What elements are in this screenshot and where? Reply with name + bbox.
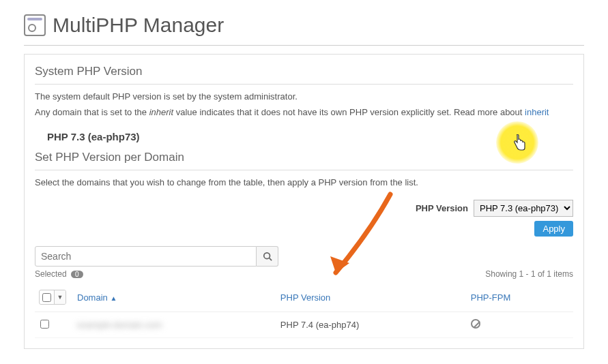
ban-icon — [471, 319, 480, 329]
select-all-dropdown[interactable]: ▼ — [39, 290, 66, 305]
column-header-php-fpm[interactable]: PHP-FPM — [465, 283, 573, 312]
column-header-domain[interactable]: Domain ▲ — [72, 283, 275, 312]
per-domain-section-title: Set PHP Version per Domain — [35, 151, 573, 170]
per-domain-desc: Select the domains that you wish to chan… — [35, 177, 573, 187]
system-desc-2: Any domain that is set to the inherit va… — [35, 107, 573, 117]
apply-button[interactable]: Apply — [534, 221, 573, 237]
search-input[interactable] — [35, 246, 257, 267]
page-title: MultiPHP Manager — [53, 14, 224, 37]
search-button[interactable] — [257, 246, 278, 267]
system-desc-1: The system default PHP version is set by… — [35, 91, 573, 102]
table-row: example-domain.com PHP 7.4 (ea-php74) — [35, 312, 573, 338]
search-icon — [263, 252, 272, 261]
main-panel: System PHP Version The system default PH… — [24, 54, 584, 349]
select-all-checkbox[interactable] — [42, 293, 51, 302]
domains-table: ▼ Domain ▲ PHP Version PHP-FPM example-d… — [35, 283, 573, 338]
svg-line-1 — [269, 258, 272, 261]
chevron-down-icon[interactable]: ▼ — [55, 290, 66, 304]
svg-point-0 — [263, 253, 270, 259]
row-checkbox[interactable] — [40, 320, 49, 329]
php-version-label: PHP Version — [416, 203, 468, 213]
selected-count: Selected 0 — [35, 269, 83, 279]
php-version-select[interactable]: PHP 7.3 (ea-php73) — [474, 200, 573, 217]
current-system-version: PHP 7.3 (ea-php73) — [35, 123, 573, 151]
sort-asc-icon: ▲ — [110, 294, 117, 302]
domain-cell: example-domain.com — [77, 320, 162, 330]
multiphp-icon — [24, 14, 46, 36]
php-version-cell: PHP 7.4 (ea-php74) — [275, 312, 465, 338]
system-section-title: System PHP Version — [35, 65, 573, 85]
inherit-link[interactable]: inherit — [525, 107, 549, 117]
column-header-php-version[interactable]: PHP Version — [275, 283, 465, 312]
showing-text: Showing 1 - 1 of 1 items — [485, 269, 573, 279]
